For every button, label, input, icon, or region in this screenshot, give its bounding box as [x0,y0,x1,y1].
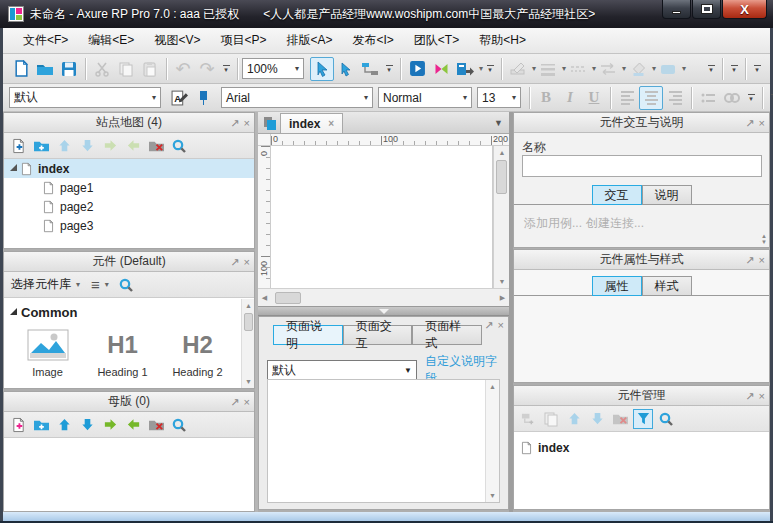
tab-page-interactions[interactable]: 页面交互 [343,325,413,345]
undo-button[interactable]: ↶ [171,57,195,81]
scroll-up-icon[interactable]: ▲ [242,299,255,312]
font-size-select[interactable]: 13 ▾ [477,87,521,108]
masters-empty-area[interactable] [4,438,254,511]
edit-style-button[interactable]: A [167,86,191,110]
toolbar-overflow-button[interactable]: ▾ [219,57,233,81]
tab-interactions[interactable]: 交互 [592,185,642,205]
cut-button[interactable] [90,57,114,81]
line-style-button[interactable] [566,57,590,81]
line-weight-button[interactable] [536,57,560,81]
library-selector-button[interactable]: 选择元件库 [11,276,71,293]
move-down-button[interactable] [77,136,97,156]
search-button[interactable] [169,415,189,435]
publish-button[interactable] [429,57,453,81]
preview-button[interactable] [405,57,429,81]
bullet-list-button[interactable] [696,86,720,110]
redo-button[interactable]: ↷ [195,57,219,81]
add-folder-button[interactable] [31,415,51,435]
scroll-up-icon[interactable]: ▲ [494,146,510,159]
move-down-button[interactable] [77,415,97,435]
notes-scrollbar[interactable]: ▲ ▼ [485,380,499,502]
canvas-hscrollbar[interactable]: ◀ ▶ [258,288,509,306]
tree-item-page3[interactable]: page3 [4,216,254,235]
move-down-button[interactable] [587,409,607,429]
toolbar-overflow-button[interactable]: ▾ [704,57,718,81]
font-weight-select[interactable]: Normal ▾ [378,87,472,108]
canvas-notes-splitter[interactable] [258,306,509,316]
link-button[interactable] [720,86,744,110]
shape-color-caret-icon[interactable]: ▾ [682,64,686,73]
library-selector-caret-icon[interactable]: ▾ [76,280,80,289]
open-project-button[interactable] [33,57,57,81]
copy-button[interactable] [114,57,138,81]
mini-scrollbar[interactable]: ▲ ▼ [761,233,767,245]
create-connection-link[interactable]: 创建连接... [586,215,644,232]
widget-search-button[interactable] [116,275,136,295]
align-right-button[interactable] [663,86,687,110]
paste-button[interactable] [138,57,162,81]
popout-icon[interactable]: ↗ [230,397,239,408]
widget-heading2[interactable]: H2 Heading 2 [160,326,235,378]
outdent-button[interactable] [123,415,143,435]
popout-icon[interactable]: ↗ [230,118,239,129]
new-document-button[interactable] [9,57,33,81]
widgets-scrollbar[interactable]: ▲ ▼ [241,299,254,388]
scrollbar-thumb[interactable] [244,313,253,331]
toolbar-overflow-button[interactable]: ▾ [382,57,396,81]
selection-tool-button[interactable] [310,57,334,81]
tab-page-styles[interactable]: 页面样式 [412,325,482,345]
maximize-button[interactable] [692,0,721,19]
popout-icon[interactable]: ↗ [745,255,754,266]
scroll-left-icon[interactable]: ◀ [258,291,271,304]
design-canvas[interactable] [271,146,493,288]
move-up-button[interactable] [564,409,584,429]
fill-color-button[interactable] [626,57,650,81]
font-family-select[interactable]: Arial ▾ [221,87,373,108]
export-button[interactable] [453,57,477,81]
add-dynamic-panel-button[interactable] [518,409,538,429]
menu-team[interactable]: 团队<T> [404,28,469,53]
popout-icon[interactable]: ↗ [745,391,754,402]
delete-page-button[interactable] [146,136,166,156]
manager-item-index[interactable]: index [514,438,769,457]
align-center-button[interactable] [639,86,663,110]
italic-button[interactable]: I [558,86,582,110]
scrollbar-thumb[interactable] [496,160,507,194]
tab-properties[interactable]: 属性 [592,276,642,296]
menu-publish[interactable]: 发布<I> [342,28,403,53]
scrollbar-thumb[interactable] [275,292,301,304]
widget-name-input[interactable] [522,155,762,177]
connector-tool-button[interactable] [358,57,382,81]
menu-help[interactable]: 帮助<H> [469,28,536,53]
move-up-button[interactable] [54,136,74,156]
toolbar-overflow-button[interactable]: ▾ [483,57,497,81]
library-menu-caret-icon[interactable]: ▾ [105,280,109,289]
menu-arrange[interactable]: 排版<A> [276,28,342,53]
shape-color-button[interactable] [656,57,680,81]
toolbar-overflow-button[interactable]: ▾ [750,57,764,81]
close-button[interactable]: X [722,0,767,19]
scroll-down-icon[interactable]: ▼ [494,275,510,288]
indent-button[interactable] [100,136,120,156]
close-panel-icon[interactable]: × [498,320,504,331]
expander-icon[interactable] [10,164,17,171]
add-case-link[interactable]: 添加用例... [524,215,582,232]
tab-list-caret-icon[interactable]: ▼ [494,118,503,128]
scroll-down-icon[interactable]: ▼ [242,375,255,388]
delete-button[interactable] [610,409,630,429]
bold-button[interactable]: B [534,86,558,110]
notes-preset-select[interactable]: 默认 ▼ [267,360,417,381]
save-button[interactable] [57,57,81,81]
widget-section-header[interactable]: Common [4,302,254,322]
menu-file[interactable]: 文件<F> [13,28,78,53]
add-master-button[interactable] [8,415,28,435]
widget-heading1[interactable]: H1 Heading 1 [85,326,160,378]
menu-project[interactable]: 项目<P> [210,28,276,53]
canvas-vscrollbar[interactable]: ▲ ▼ [493,146,509,288]
popout-icon[interactable]: ↗ [745,118,754,129]
underline-button[interactable]: U [582,86,606,110]
tree-item-page2[interactable]: page2 [4,197,254,216]
add-folder-button[interactable] [31,136,51,156]
scroll-up-icon[interactable]: ▲ [486,380,499,393]
toolbar-overflow-button[interactable]: ▾ [744,86,758,110]
